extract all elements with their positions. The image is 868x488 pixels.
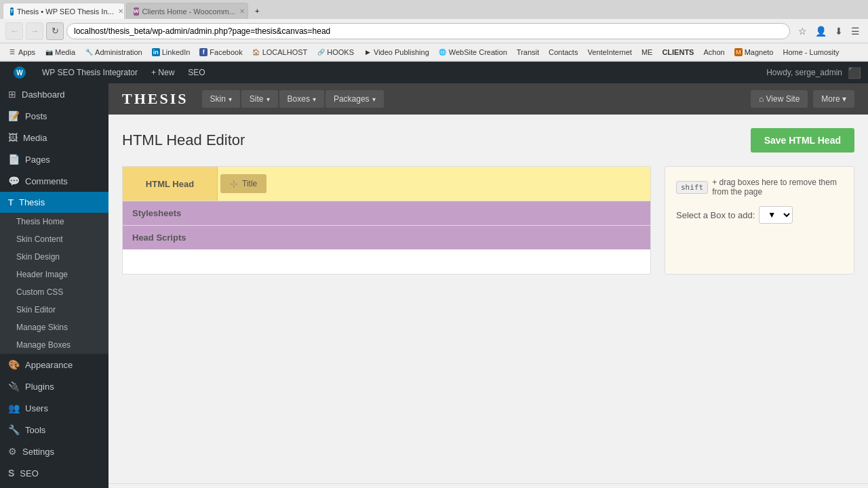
bookmark-venteinternet[interactable]: VenteInternet: [585, 47, 634, 57]
wp-admin-bar: W WP SEO Thesis Integrator + New SEO How…: [0, 62, 868, 83]
sidebar-label-pages: Pages: [25, 155, 50, 165]
bookmark-lumosity[interactable]: Home - Lumosity: [780, 47, 842, 57]
site-name-label: WP SEO Thesis Integrator: [42, 68, 138, 77]
forward-button[interactable]: →: [26, 22, 43, 40]
sidebar-sub-skin-design[interactable]: Skin Design: [0, 248, 108, 266]
thesis-header: THESIS Skin ▾ Site ▾ Boxes ▾ Packages ▾ …: [108, 83, 868, 115]
bookmark-administration[interactable]: 🔧Administration: [82, 47, 145, 57]
bookmark-contacts[interactable]: Contacts: [546, 47, 580, 57]
page-header: HTML Head Editor Save HTML Head: [122, 128, 854, 152]
select-box-label: Select a Box to add:: [676, 210, 755, 220]
sidebar-sub-header-image[interactable]: Header Image: [0, 266, 108, 283]
bookmark-facebook[interactable]: fFacebook: [197, 47, 245, 57]
collapse-menu-button[interactable]: « Collapse menu: [0, 484, 108, 488]
sidebar-label-plugins: Plugins: [25, 382, 54, 392]
bookmark-media[interactable]: 📷Media: [42, 47, 78, 57]
sidebar-item-tools[interactable]: 🔧 Tools: [0, 419, 108, 441]
packages-nav-button[interactable]: Packages ▾: [326, 90, 384, 108]
comments-icon: 💬: [8, 176, 20, 186]
sidebar-item-appearance[interactable]: 🎨 Appearance: [0, 354, 108, 375]
new-tab-button[interactable]: +: [248, 3, 267, 19]
thesis-submenu: Thesis Home Skin Content Skin Design Hea…: [0, 213, 108, 354]
menu-icon[interactable]: ☰: [848, 24, 863, 38]
bookmark-apps[interactable]: ☰Apps: [5, 47, 38, 57]
sidebar-label-settings: Settings: [22, 447, 54, 457]
browser-tab-2[interactable]: W Clients Home - Woocomm... ✕: [126, 3, 248, 19]
back-button[interactable]: ←: [5, 22, 23, 40]
view-site-button[interactable]: ⌂ View Site: [751, 90, 808, 108]
wp-sidebar: ⊞ Dashboard 📝 Posts 🖼 Media 📄 Pages 💬 Co…: [0, 83, 108, 488]
skin-arrow: ▾: [229, 96, 232, 103]
bookmark-clients[interactable]: CLIENTS: [659, 47, 696, 57]
more-label: More ▾: [821, 94, 846, 104]
bookmark-star-icon[interactable]: ☆: [795, 24, 810, 38]
boxes-label: Boxes: [288, 94, 310, 104]
tools-icon: 🔧: [8, 424, 20, 435]
admin-bar-icon[interactable]: ⬛: [848, 66, 861, 79]
head-scripts-row[interactable]: Head Scripts: [123, 225, 650, 249]
shift-hint: shift + drag boxes here to remove them f…: [676, 178, 843, 197]
head-canvas: HTML Head ⊹ Title Stylesheets: [122, 166, 651, 274]
sidebar-item-media[interactable]: 🖼 Media: [0, 127, 108, 148]
seo-item[interactable]: SEO: [181, 62, 212, 83]
tab-label-2: Clients Home - Woocomm...: [142, 7, 235, 16]
select-box-dropdown[interactable]: ▼: [759, 206, 793, 224]
sidebar-item-plugins[interactable]: 🔌 Plugins: [0, 375, 108, 397]
tab-close-1[interactable]: ✕: [118, 7, 123, 15]
sidebar-item-thesis[interactable]: T Thesis: [0, 192, 108, 213]
boxes-nav-button[interactable]: Boxes ▾: [279, 90, 324, 108]
title-box[interactable]: ⊹ Title: [220, 174, 267, 193]
wp-logo: W: [14, 66, 26, 79]
wp-logo-item[interactable]: W: [7, 62, 35, 83]
sidebar-item-pages[interactable]: 📄 Pages: [0, 148, 108, 170]
bookmark-me[interactable]: ME: [639, 47, 656, 57]
appearance-icon: 🎨: [8, 359, 20, 370]
download-icon[interactable]: ⬇: [832, 24, 846, 38]
tab-close-2[interactable]: ✕: [239, 7, 245, 15]
browser-tab-active[interactable]: T Thesis • WP SEO Thesis In... ✕: [3, 3, 125, 19]
linkedin-icon: in: [152, 48, 160, 56]
bookmark-localhost[interactable]: 🏠LOCALHOST: [250, 47, 311, 57]
bookmark-transit[interactable]: Transit: [514, 47, 542, 57]
bookmark-videopub[interactable]: ▶Video Publishing: [361, 47, 432, 57]
sidebar-sub-thesis-home[interactable]: Thesis Home: [0, 213, 108, 230]
address-bar[interactable]: [66, 23, 790, 39]
sidebar-item-seo[interactable]: S SEO: [0, 462, 108, 484]
admin-bar-right: Howdy, serge_admin ⬛: [766, 66, 861, 79]
sidebar-sub-manage-boxes[interactable]: Manage Boxes: [0, 336, 108, 354]
new-label: + New: [151, 68, 174, 77]
sidebar-item-dashboard[interactable]: ⊞ Dashboard: [0, 83, 108, 105]
boxes-arrow: ▾: [313, 96, 316, 103]
hooks-icon: 🔗: [317, 48, 325, 56]
sidebar-sub-manage-skins[interactable]: Manage Skins: [0, 319, 108, 336]
site-nav-button[interactable]: Site ▾: [241, 90, 278, 108]
reload-button[interactable]: ↻: [46, 22, 64, 40]
sidebar-sub-skin-content[interactable]: Skin Content: [0, 230, 108, 248]
head-panel: shift + drag boxes here to remove them f…: [665, 166, 854, 274]
bookmark-linkedin[interactable]: inLinkedIn: [149, 47, 193, 57]
skin-nav-button[interactable]: Skin ▾: [202, 90, 240, 108]
sidebar-item-users[interactable]: 👥 Users: [0, 397, 108, 419]
new-content-button[interactable]: + New: [144, 62, 181, 83]
bookmark-hooks[interactable]: 🔗HOOKS: [314, 47, 357, 57]
shift-key-badge: shift: [676, 181, 708, 194]
sidebar-item-settings[interactable]: ⚙ Settings: [0, 441, 108, 462]
bookmark-magneto[interactable]: MMagneto: [732, 47, 776, 57]
site-name-item[interactable]: WP SEO Thesis Integrator: [35, 62, 144, 83]
sidebar-item-comments[interactable]: 💬 Comments: [0, 170, 108, 192]
browser-tabs: T Thesis • WP SEO Thesis In... ✕ W Clien…: [0, 0, 868, 19]
save-html-head-button[interactable]: Save HTML Head: [751, 128, 854, 152]
thesis-logo: THESIS: [122, 90, 189, 108]
sidebar-sub-custom-css[interactable]: Custom CSS: [0, 283, 108, 301]
user-icon[interactable]: 👤: [812, 24, 829, 38]
site-arrow: ▾: [267, 96, 270, 103]
stylesheets-row[interactable]: Stylesheets: [123, 201, 650, 225]
title-box-label: Title: [242, 179, 257, 188]
bookmark-achon[interactable]: Achon: [701, 47, 727, 57]
head-scripts-label: Head Scripts: [132, 232, 186, 243]
magneto-icon: M: [734, 48, 743, 56]
sidebar-item-posts[interactable]: 📝 Posts: [0, 105, 108, 127]
sidebar-sub-skin-editor[interactable]: Skin Editor: [0, 301, 108, 319]
bookmark-website[interactable]: 🌐WebSite Creation: [436, 47, 510, 57]
more-button[interactable]: More ▾: [813, 90, 854, 108]
